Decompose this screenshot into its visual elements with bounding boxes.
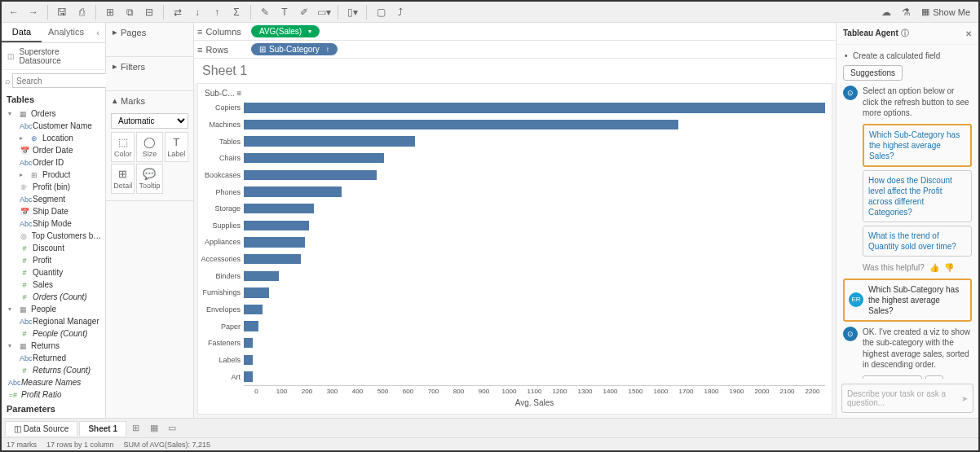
- bar[interactable]: [244, 204, 314, 213]
- rows-pill[interactable]: ⊞Sub-Category↕: [251, 43, 338, 55]
- fit-icon[interactable]: ▭▾: [315, 4, 333, 20]
- bar[interactable]: [244, 371, 253, 381]
- tab-analytics[interactable]: Analytics: [42, 23, 90, 42]
- back-icon[interactable]: ←: [5, 4, 23, 20]
- field-returned[interactable]: AbcReturned: [2, 352, 105, 364]
- field-profit-bin[interactable]: ⊪Profit (bin): [2, 181, 105, 193]
- filter-icon[interactable]: ⚗: [897, 4, 915, 20]
- option-1[interactable]: Which Sub-Category has the highest avera…: [863, 124, 972, 167]
- field-location[interactable]: ▸⊕Location: [2, 132, 105, 144]
- field-returns-count[interactable]: #Returns (Count): [2, 364, 105, 376]
- field-profit-ratio[interactable]: =#Profit Ratio: [2, 388, 105, 401]
- refresh-button[interactable]: ↻: [925, 375, 943, 380]
- bar[interactable]: [244, 153, 384, 163]
- mark-size[interactable]: ◯Size: [136, 132, 162, 162]
- y-label: Appliances: [205, 234, 244, 251]
- field-quantity[interactable]: #Quantity: [2, 266, 105, 279]
- field-product[interactable]: ▸⊞Product: [2, 169, 105, 181]
- new-story-icon[interactable]: ▭: [164, 421, 180, 436]
- sort-asc-icon[interactable]: ↓: [188, 4, 206, 20]
- tree-people[interactable]: ▾▦People: [2, 303, 105, 315]
- suggestions-button-2[interactable]: Suggestions: [863, 375, 922, 380]
- tree-orders[interactable]: ▾▦Orders: [2, 108, 105, 120]
- duplicate-icon[interactable]: ⧉: [121, 4, 139, 20]
- chart-type-icon[interactable]: ▯▾: [343, 4, 361, 20]
- columns-shelf[interactable]: ≡Columns AVG(Sales)▾: [194, 23, 836, 41]
- agent-input[interactable]: Describe your task or ask a question... …: [841, 384, 973, 413]
- new-worksheet-icon[interactable]: ⊞: [101, 4, 119, 20]
- mark-label[interactable]: TLabel: [165, 132, 189, 162]
- bar[interactable]: [244, 271, 279, 281]
- field-people-count[interactable]: #People (Count): [2, 327, 105, 340]
- field-regional-manager[interactable]: AbcRegional Manager: [2, 315, 105, 327]
- present-icon[interactable]: ▢: [372, 4, 390, 20]
- datasource-row[interactable]: ◫ Superstore Datasource: [2, 43, 105, 70]
- bar[interactable]: [244, 321, 258, 331]
- field-discount[interactable]: #Discount: [2, 242, 105, 254]
- tooltip-icon: 💬: [139, 168, 160, 180]
- swap-icon[interactable]: ⇄: [169, 4, 187, 20]
- field-segment[interactable]: AbcSegment: [2, 193, 105, 205]
- mark-color[interactable]: ⬚Color: [111, 132, 135, 162]
- thumbs-up-icon[interactable]: 👍: [929, 263, 939, 272]
- suggestions-button[interactable]: Suggestions: [843, 65, 903, 81]
- tab-data[interactable]: Data: [2, 23, 42, 42]
- share-icon[interactable]: ⤴: [391, 4, 409, 20]
- new-data-icon[interactable]: ⎙: [73, 4, 90, 20]
- field-customer-name[interactable]: AbcCustomer Name: [2, 120, 105, 132]
- option-2[interactable]: How does the Discount level affect the P…: [863, 170, 972, 222]
- save-icon[interactable]: 🖫: [53, 4, 71, 20]
- field-order-id[interactable]: AbcOrder ID: [2, 156, 105, 169]
- field-orders-count[interactable]: #Orders (Count): [2, 291, 105, 303]
- totals-icon[interactable]: Σ: [227, 4, 245, 20]
- field-ship-date[interactable]: 📅Ship Date: [2, 205, 105, 217]
- highlight-icon[interactable]: ✎: [256, 4, 274, 20]
- field-order-date[interactable]: 📅Order Date: [2, 144, 105, 156]
- field-sales[interactable]: #Sales: [2, 279, 105, 291]
- bar[interactable]: [244, 237, 305, 247]
- search-icon: ⌕: [5, 76, 11, 86]
- bar[interactable]: [244, 221, 309, 230]
- y-label: Fasteners: [205, 335, 244, 352]
- tab-sheet1[interactable]: Sheet 1: [79, 421, 126, 436]
- bar[interactable]: [244, 287, 269, 297]
- field-top-customers[interactable]: ◎Top Customers by P...: [2, 230, 105, 242]
- clear-icon[interactable]: ⊟: [140, 4, 158, 20]
- tree-returns[interactable]: ▾▦Returns: [2, 340, 105, 352]
- new-dashboard-icon[interactable]: ▦: [146, 421, 162, 436]
- close-icon[interactable]: ✕: [965, 29, 972, 38]
- field-measure-names[interactable]: AbcMeasure Names: [2, 376, 105, 388]
- y-label: Bookcases: [205, 167, 244, 184]
- bar[interactable]: [244, 170, 377, 180]
- bar[interactable]: [244, 103, 825, 112]
- info-icon[interactable]: ⓘ: [901, 29, 909, 37]
- bar[interactable]: [244, 136, 415, 146]
- sort-desc-icon[interactable]: ↑: [208, 4, 226, 20]
- field-profit[interactable]: #Profit: [2, 254, 105, 266]
- bar[interactable]: [244, 355, 253, 365]
- show-me-button[interactable]: ▦ Show Me: [916, 7, 975, 17]
- bar[interactable]: [244, 187, 342, 196]
- mark-tooltip[interactable]: 💬Tooltip: [136, 164, 162, 194]
- mark-detail[interactable]: ⊞Detail: [111, 164, 135, 194]
- panel-collapse-icon[interactable]: ‹: [90, 23, 105, 42]
- bar[interactable]: [244, 305, 263, 314]
- bar[interactable]: [244, 120, 678, 129]
- forward-icon[interactable]: →: [24, 4, 42, 20]
- sheet-title[interactable]: Sheet 1: [194, 59, 836, 83]
- new-sheet-icon[interactable]: ⊞: [128, 421, 144, 436]
- option-3[interactable]: What is the trend of Quantity sold over …: [863, 226, 972, 257]
- thumbs-down-icon[interactable]: 👎: [944, 263, 954, 272]
- cloud-icon[interactable]: ☁: [877, 4, 895, 20]
- chart[interactable]: Sub-C... ≡ CopiersMachinesTablesChairsBo…: [197, 83, 832, 415]
- bar[interactable]: [244, 254, 301, 264]
- columns-pill[interactable]: AVG(Sales)▾: [251, 25, 320, 37]
- bar[interactable]: [244, 338, 253, 348]
- send-icon[interactable]: ➤: [961, 394, 968, 403]
- tab-data-source[interactable]: ◫ Data Source: [5, 421, 77, 436]
- format-icon[interactable]: ✐: [295, 4, 313, 20]
- field-ship-mode[interactable]: AbcShip Mode: [2, 217, 105, 230]
- mark-type-select[interactable]: Automatic: [111, 113, 188, 129]
- text-icon[interactable]: T: [276, 4, 294, 20]
- rows-shelf[interactable]: ≡Rows ⊞Sub-Category↕: [194, 41, 836, 59]
